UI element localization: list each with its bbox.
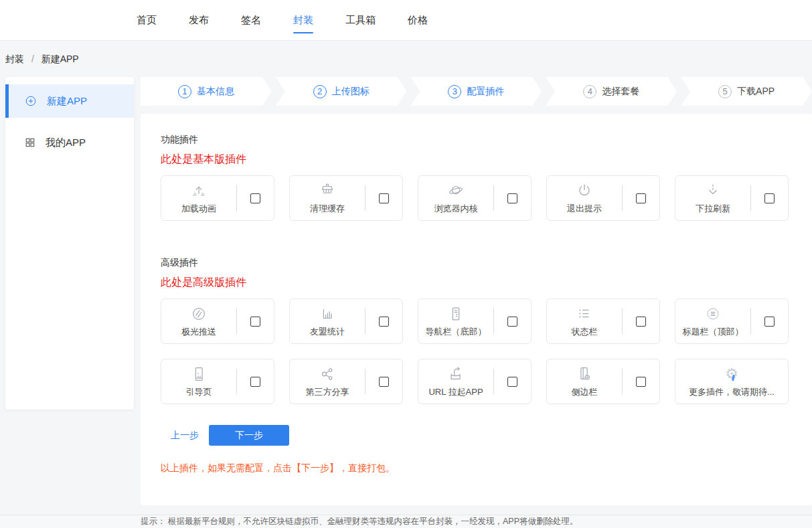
nav-item-home[interactable]: 首页 (137, 0, 157, 40)
sidebar-item-label: 新建APP (47, 95, 87, 108)
plugin-card[interactable]: 第三方分享 (289, 359, 403, 404)
plugin-label: 友盟统计 (310, 326, 345, 338)
wizard-actions: 上一步 下一步 (171, 425, 812, 446)
plugin-card[interactable]: 清理缓存 (289, 175, 403, 221)
share-icon (319, 365, 336, 383)
plugin-card-left: 清理缓存 (290, 181, 365, 215)
plugin-checkbox[interactable] (636, 377, 646, 387)
nav-item-sign[interactable]: 签名 (241, 0, 261, 40)
plugin-card[interactable]: 下拉刷新 (675, 175, 789, 221)
plugin-card[interactable]: 导航栏（底部） (418, 298, 532, 344)
step-label: 基本信息 (197, 86, 234, 98)
sidebar-panel-icon (576, 365, 593, 383)
plugin-checkbox[interactable] (764, 317, 775, 327)
section-title: 功能插件 (161, 134, 812, 146)
plugin-card-left: 退出提示 (547, 181, 622, 215)
plugin-card-left: 引导页 (161, 365, 236, 398)
titlebar-top-icon (704, 304, 722, 323)
plugin-card[interactable]: 极光推送 (161, 298, 274, 344)
card-divider (493, 369, 494, 394)
plugin-card[interactable]: 引导页 (161, 359, 274, 404)
top-navbar: 首页 发布 签名 封装 工具箱 价格 (0, 0, 812, 41)
plugin-card-left: 侧边栏 (547, 365, 622, 398)
plugin-checkbox[interactable] (636, 317, 646, 327)
plugin-grid-advanced: 极光推送友盟统计导航栏（底部）状态栏标题栏（顶部）引导页第三方分享URL 拉起A… (161, 298, 803, 404)
plugin-checkbox[interactable] (379, 377, 389, 387)
plugin-card-left: 导航栏（底部） (418, 304, 493, 338)
status-bar-icon (576, 304, 593, 323)
navbar-bottom-icon (447, 304, 465, 323)
prev-step-button[interactable]: 上一步 (171, 430, 199, 442)
step-number: 5 (718, 85, 732, 98)
plugin-checkbox[interactable] (764, 193, 775, 203)
nav-item-price[interactable]: 价格 (408, 0, 428, 40)
plugin-card-left: 下拉刷新 (675, 181, 750, 215)
plugin-label: 侧边栏 (572, 386, 598, 398)
nav-item-toolbox[interactable]: 工具箱 (345, 0, 376, 40)
plugin-checkbox[interactable] (507, 377, 517, 387)
plugin-label: 极光推送 (181, 326, 216, 338)
card-divider (236, 369, 237, 394)
plugin-grid-basic: 加载动画清理缓存浏览器内核退出提示下拉刷新 (161, 175, 803, 221)
browser-kernel-icon (447, 181, 465, 200)
card-divider (236, 185, 237, 211)
plugin-label: 下拉刷新 (696, 203, 730, 215)
breadcrumb-separator: / (31, 54, 34, 64)
plugin-checkbox[interactable] (507, 317, 517, 327)
plugin-label: 浏览器内核 (434, 203, 478, 215)
plugin-card-left: 第三方分享 (290, 365, 365, 398)
sidebar-item-my-app[interactable]: 我的APP (5, 126, 134, 159)
section-title: 高级插件 (161, 257, 812, 269)
guide-page-icon (190, 365, 208, 383)
plugin-card-left: 标题栏（顶部） (675, 304, 750, 338)
step-number: 1 (178, 85, 191, 98)
grid-icon (24, 137, 36, 149)
plugin-card-left: 状态栏 (547, 304, 622, 338)
breadcrumb-current: 新建APP (42, 54, 79, 64)
plugin-card-left: ⚙更多插件，敬请期待... (675, 365, 788, 398)
step-label: 下载APP (737, 86, 775, 98)
plugin-label: 清理缓存 (310, 203, 345, 215)
step-configure-plugins: 3 配置插件 (411, 77, 542, 106)
main-nav: 首页 发布 签名 封装 工具箱 价格 (137, 0, 428, 40)
plugin-checkbox[interactable] (250, 193, 260, 203)
plugin-checkbox[interactable] (250, 317, 260, 327)
plugin-card[interactable]: 标题栏（顶部） (675, 298, 789, 344)
step-number: 4 (583, 85, 596, 98)
sidebar-item-new-app[interactable]: 新建APP (5, 84, 134, 118)
step-label: 选择套餐 (602, 86, 639, 98)
plugin-checkbox[interactable] (379, 193, 389, 203)
plugin-checkbox[interactable] (250, 377, 260, 387)
plugin-label: 第三方分享 (306, 386, 349, 398)
plugin-card[interactable]: 侧边栏 (546, 359, 660, 404)
plugin-checkbox[interactable] (379, 317, 389, 327)
gear-icon: ⚙ (725, 365, 738, 383)
plugin-card[interactable]: 友盟统计 (289, 298, 403, 344)
step-download-app: 5 下载APP (681, 77, 812, 106)
nav-item-publish[interactable]: 发布 (189, 0, 209, 40)
plugin-card[interactable]: 状态栏 (546, 298, 660, 344)
plugin-label: URL 拉起APP (428, 386, 483, 398)
section-note: 此处是基本版插件 (161, 153, 812, 167)
card-divider (365, 369, 366, 394)
plugin-card[interactable]: URL 拉起APP (418, 359, 532, 404)
plugin-checkbox[interactable] (636, 193, 646, 203)
plugin-card[interactable]: 浏览器内核 (418, 175, 532, 221)
plugin-checkbox[interactable] (507, 193, 517, 203)
step-number: 2 (313, 85, 327, 98)
url-launch-icon (447, 365, 465, 383)
plugin-card[interactable]: 加载动画 (161, 175, 274, 221)
loading-animation-icon (190, 181, 208, 200)
plugin-card-left: 极光推送 (161, 304, 236, 338)
umeng-stats-icon (319, 304, 336, 323)
plugin-label: 更多插件，敬请期待... (689, 386, 775, 398)
breadcrumb-section[interactable]: 封装 (5, 54, 24, 64)
plugin-label: 导航栏（底部） (426, 326, 487, 338)
exit-prompt-icon (576, 181, 593, 200)
card-divider (622, 309, 623, 334)
nav-item-package[interactable]: 封装 (293, 0, 313, 40)
plugin-card[interactable]: 退出提示 (546, 175, 660, 221)
section-basic-plugins: 功能插件 此处是基本版插件 加载动画清理缓存浏览器内核退出提示下拉刷新 (161, 134, 812, 221)
next-step-button[interactable]: 下一步 (209, 425, 289, 446)
plugin-card-left: 加载动画 (161, 181, 236, 215)
